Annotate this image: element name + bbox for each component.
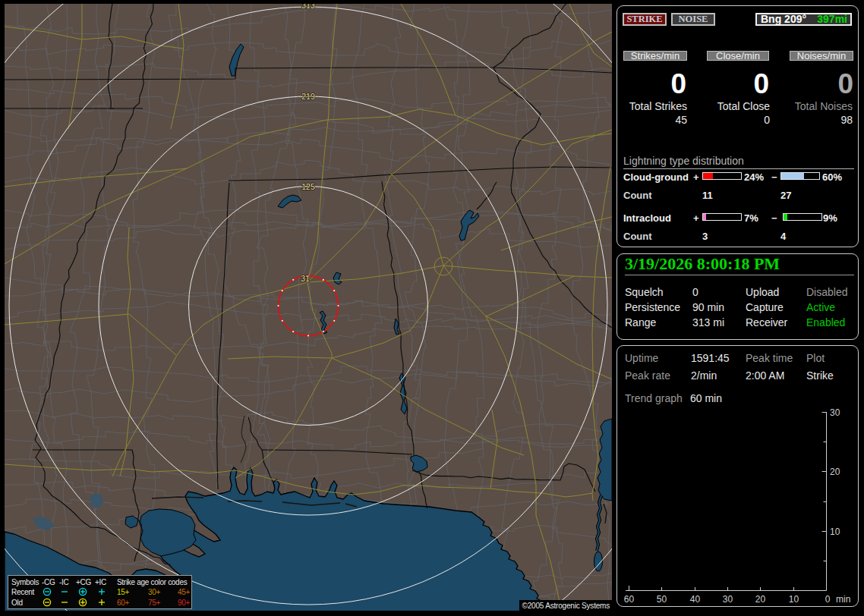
svg-text:50: 50 — [657, 594, 667, 605]
svg-text:20: 20 — [755, 594, 766, 605]
svg-text:0: 0 — [825, 594, 831, 605]
svg-text:10: 10 — [789, 594, 799, 605]
svg-text:219: 219 — [301, 92, 315, 101]
svg-text:125: 125 — [301, 182, 315, 191]
svg-text:313: 313 — [301, 4, 315, 10]
svg-text:20: 20 — [830, 467, 840, 477]
svg-text:40: 40 — [690, 594, 701, 605]
svg-text:10: 10 — [830, 526, 840, 537]
svg-text:30: 30 — [830, 407, 840, 418]
svg-text:min: min — [836, 594, 850, 605]
svg-text:31: 31 — [301, 274, 310, 283]
svg-text:60: 60 — [624, 594, 635, 605]
svg-text:30: 30 — [723, 594, 733, 605]
